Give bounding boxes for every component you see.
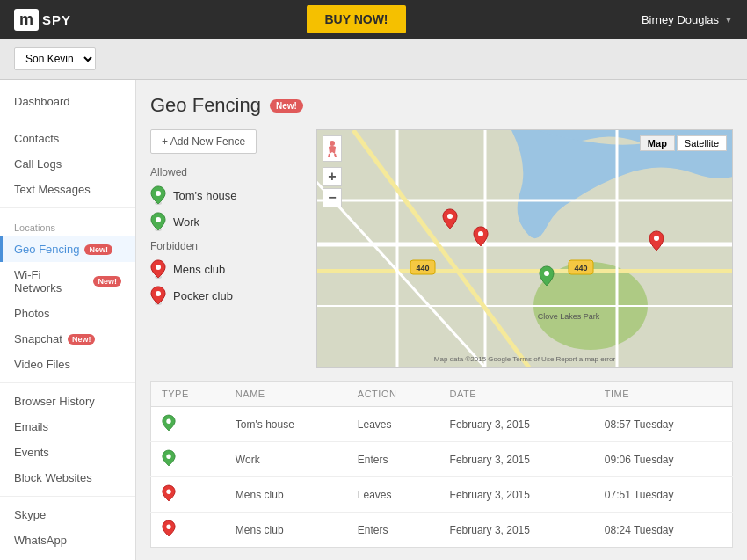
geo-table: TYPE NAME ACTION DATE TIME Tom's house L… bbox=[150, 381, 733, 548]
green-pin-icon bbox=[150, 212, 166, 231]
sidebar-item-events[interactable]: Events bbox=[0, 440, 135, 465]
cell-action: Enters bbox=[347, 442, 439, 477]
section-label-locations: Locations bbox=[0, 214, 135, 236]
device-selector[interactable]: Son Kevin bbox=[14, 47, 733, 70]
cell-name: Work bbox=[225, 442, 347, 477]
fence-section-allowed: Allowed bbox=[150, 166, 304, 178]
cell-name: Mens club bbox=[225, 513, 347, 548]
svg-text:Clove Lakes Park: Clove Lakes Park bbox=[538, 312, 600, 321]
cell-time: 09:06 Tuesday bbox=[594, 442, 733, 477]
map-placeholder: 440 440 Clove Lakes bbox=[317, 130, 732, 367]
sidebar-item-emails[interactable]: Emails bbox=[0, 414, 135, 440]
cell-action: Leaves bbox=[347, 477, 439, 513]
cell-type bbox=[151, 442, 225, 477]
cell-type bbox=[151, 477, 225, 513]
allowed-pin-icon bbox=[162, 414, 176, 432]
zoom-in-button[interactable]: + bbox=[323, 167, 342, 186]
cell-date: February 3, 2015 bbox=[439, 477, 594, 513]
svg-point-25 bbox=[654, 236, 659, 241]
svg-point-26 bbox=[544, 271, 549, 276]
sidebar-item-whatsapp[interactable]: WhatsApp bbox=[0, 527, 135, 553]
cell-type bbox=[151, 407, 225, 442]
cell-date: February 3, 2015 bbox=[439, 407, 594, 442]
page-new-badge: New! bbox=[270, 99, 303, 113]
logo: m SPY bbox=[14, 9, 71, 31]
sidebar-item-geo-fencing[interactable]: Geo Fencing New! bbox=[0, 236, 135, 262]
sidebar-item-photos[interactable]: Photos bbox=[0, 301, 135, 326]
fence-item-toms-house: Tom's house bbox=[150, 185, 304, 205]
svg-point-35 bbox=[166, 525, 170, 529]
svg-point-29 bbox=[330, 141, 335, 146]
map-svg: 440 440 Clove Lakes bbox=[317, 130, 732, 367]
forbidden-pin-icon bbox=[162, 520, 176, 537]
svg-text:440: 440 bbox=[416, 264, 429, 273]
add-fence-button[interactable]: + Add New Fence bbox=[150, 129, 257, 154]
chevron-down-icon: ▼ bbox=[724, 15, 733, 25]
col-action: ACTION bbox=[347, 382, 439, 407]
content-area: Geo Fencing New! + Add New Fence Allowed… bbox=[136, 80, 747, 560]
red-pin-icon bbox=[150, 259, 166, 279]
pegman-figure bbox=[326, 140, 338, 157]
geo-body: + Add New Fence Allowed Tom's house bbox=[150, 129, 733, 368]
svg-line-30 bbox=[329, 154, 330, 157]
svg-text:Map data ©2015 Google   Terms : Map data ©2015 Google Terms of Use Repor… bbox=[434, 355, 616, 363]
svg-point-3 bbox=[156, 217, 161, 222]
sidebar-item-call-logs[interactable]: Call Logs bbox=[0, 151, 135, 177]
cell-date: February 3, 2015 bbox=[439, 513, 594, 548]
map-view-button[interactable]: Map bbox=[640, 135, 675, 151]
zoom-out-button[interactable]: − bbox=[323, 188, 342, 207]
sidebar-item-viber[interactable]: Viber bbox=[0, 553, 135, 560]
col-time: TIME bbox=[594, 382, 733, 407]
table-row: Work Enters February 3, 2015 09:06 Tuesd… bbox=[151, 442, 733, 477]
cell-name: Tom's house bbox=[225, 407, 347, 442]
map-container: 440 440 Clove Lakes bbox=[316, 129, 733, 368]
svg-line-31 bbox=[335, 154, 336, 157]
cell-action: Enters bbox=[347, 513, 439, 548]
new-badge: New! bbox=[68, 334, 96, 345]
sidebar-item-label: Geo Fencing bbox=[14, 243, 79, 256]
svg-text:440: 440 bbox=[574, 264, 587, 273]
sidebar-item-contacts[interactable]: Contacts bbox=[0, 126, 135, 151]
cell-time: 08:24 Tuesday bbox=[594, 513, 733, 548]
sidebar-item-snapchat[interactable]: Snapchat New! bbox=[0, 326, 135, 352]
svg-point-34 bbox=[166, 490, 170, 494]
sidebar: Dashboard Contacts Call Logs Text Messag… bbox=[0, 80, 136, 560]
sidebar-item-label: Snapchat bbox=[14, 332, 62, 345]
cell-name: Mens club bbox=[225, 477, 347, 513]
page-header: Geo Fencing New! bbox=[150, 94, 733, 117]
sub-header: Son Kevin bbox=[0, 39, 747, 80]
sidebar-item-wifi-networks[interactable]: Wi-Fi Networks New! bbox=[0, 262, 135, 301]
svg-point-23 bbox=[447, 214, 453, 219]
svg-point-1 bbox=[156, 191, 161, 196]
col-type: TYPE bbox=[151, 382, 225, 407]
device-dropdown[interactable]: Son Kevin bbox=[14, 47, 96, 70]
fence-item-work: Work bbox=[150, 212, 304, 231]
table-row: Mens club Enters February 3, 2015 08:24 … bbox=[151, 513, 733, 548]
col-date: DATE bbox=[439, 382, 594, 407]
sidebar-item-skype[interactable]: Skype bbox=[0, 502, 135, 527]
sidebar-item-block-websites[interactable]: Block Websites bbox=[0, 465, 135, 491]
sidebar-item-video-files[interactable]: Video Files bbox=[0, 352, 135, 377]
svg-point-24 bbox=[478, 231, 483, 236]
user-menu[interactable]: Birney Douglas ▼ bbox=[642, 13, 733, 26]
svg-point-33 bbox=[166, 455, 170, 459]
logo-m: m bbox=[14, 9, 39, 31]
svg-point-5 bbox=[156, 265, 161, 270]
fence-section-forbidden: Forbidden bbox=[150, 240, 304, 252]
buy-now-button[interactable]: BUY NOW! bbox=[307, 5, 405, 33]
sidebar-item-dashboard[interactable]: Dashboard bbox=[0, 89, 135, 114]
forbidden-pin-icon bbox=[162, 484, 176, 502]
sidebar-item-browser-history[interactable]: Browser History bbox=[0, 389, 135, 414]
map-view-controls: Map Satellite bbox=[640, 135, 727, 151]
header: m SPY BUY NOW! Birney Douglas ▼ bbox=[0, 0, 747, 39]
sidebar-item-label: Wi-Fi Networks bbox=[14, 268, 88, 295]
satellite-view-button[interactable]: Satellite bbox=[677, 135, 727, 151]
cell-action: Leaves bbox=[347, 407, 439, 442]
sidebar-item-text-messages[interactable]: Text Messages bbox=[0, 177, 135, 202]
red-pin-icon bbox=[150, 286, 166, 305]
allowed-pin-icon bbox=[162, 449, 176, 467]
table-header-row: TYPE NAME ACTION DATE TIME bbox=[151, 382, 733, 407]
cell-date: February 3, 2015 bbox=[439, 442, 594, 477]
pegman-icon[interactable] bbox=[323, 135, 342, 162]
cell-type bbox=[151, 513, 225, 548]
